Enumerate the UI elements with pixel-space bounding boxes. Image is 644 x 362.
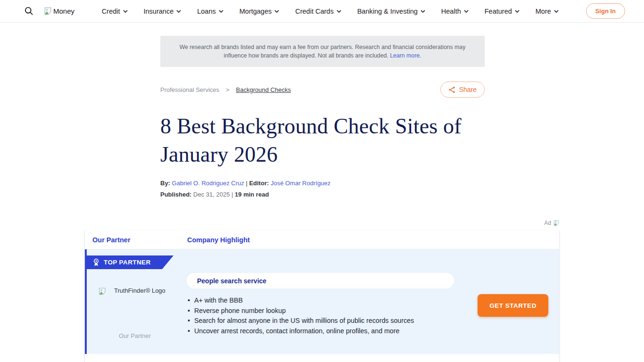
page: Money Credit Insurance Loans Mortgages C… [0, 0, 644, 362]
highlight-bullet-list: A+ with the BBB Reverse phone number loo… [187, 296, 470, 336]
learn-more-link[interactable]: Learn more [390, 52, 420, 59]
search-icon[interactable] [24, 6, 34, 16]
chevron-down-icon [219, 10, 223, 13]
primary-nav: Credit Insurance Loans Mortgages Credit … [74, 8, 586, 15]
breadcrumb-separator: > [226, 86, 230, 93]
author-link[interactable]: Gabriel O. Rodriguez Cruz [172, 180, 244, 187]
ad-label: Ad [544, 220, 551, 226]
editor-link[interactable]: José Omar Rodríguez [271, 180, 330, 187]
breadcrumb-background-checks[interactable]: Background Checks [236, 86, 291, 93]
disclosure-suffix: . [420, 52, 421, 59]
nav-item-mortgages[interactable]: Mortgages [239, 8, 280, 15]
nav-label: Credit Cards [295, 8, 333, 15]
nav-item-more[interactable]: More [536, 8, 559, 15]
ad-label-row: Ad [84, 219, 560, 227]
partner-logo[interactable]: TruthFinder® Logo [98, 287, 165, 296]
chevron-down-icon [464, 10, 469, 13]
nav-item-featured[interactable]: Featured [485, 8, 520, 15]
top-navigation-bar: Money Credit Insurance Loans Mortgages C… [0, 0, 644, 23]
next-partner-row-partial [85, 354, 559, 362]
byline-divider: | [246, 180, 247, 187]
content-wrapper: We research all brands listed and may ea… [84, 36, 560, 362]
column-header-company-highlight: Company Highlight [187, 236, 250, 244]
nav-label: Banking & Investing [357, 8, 418, 15]
nav-label: Loans [197, 8, 216, 15]
nav-label: Featured [485, 8, 512, 15]
nav-label: Credit [102, 8, 120, 15]
chevron-down-icon [421, 10, 425, 13]
get-started-button[interactable]: GET STARTED [478, 294, 548, 317]
top-partner-badge: TOP PARTNER [85, 255, 173, 269]
nav-label: Insurance [144, 8, 174, 15]
chevron-down-icon [554, 10, 559, 13]
published-line: Published: Dec 31, 2025 | 19 min read [160, 190, 485, 199]
column-header-our-partner: Our Partner [85, 236, 187, 244]
medal-icon [93, 258, 99, 267]
read-time: 19 min read [235, 191, 269, 198]
page-title: 8 Best Background Check Sites of January… [160, 112, 485, 169]
magnifier-glyph [25, 7, 33, 16]
nav-item-banking-investing[interactable]: Banking & Investing [357, 8, 425, 15]
breadcrumb-professional-services[interactable]: Professional Services [160, 86, 219, 93]
chevron-down-icon [337, 10, 341, 13]
chevron-down-icon [123, 10, 128, 13]
breadcrumb-row: Professional Services > Background Check… [160, 81, 485, 98]
nav-item-credit-cards[interactable]: Credit Cards [295, 8, 341, 15]
top-partner-label: TOP PARTNER [104, 259, 151, 266]
broken-image-icon [43, 7, 52, 16]
breadcrumb: Professional Services > Background Check… [160, 86, 291, 93]
share-icon [448, 86, 455, 93]
nav-label: Health [441, 8, 461, 15]
partner-logo-alt-text: TruthFinder® Logo [114, 287, 165, 294]
sign-in-button[interactable]: Sign In [586, 3, 625, 19]
nav-label: More [536, 8, 551, 15]
nav-item-loans[interactable]: Loans [197, 8, 223, 15]
by-label: By: [160, 180, 170, 187]
share-button[interactable]: Share [440, 82, 485, 98]
broken-image-icon [98, 287, 107, 296]
site-logo[interactable]: Money [43, 7, 74, 16]
logo-alt-text: Money [53, 7, 74, 15]
highlight-bullet: Reverse phone number lookup [187, 306, 470, 316]
published-date: Dec 31, 2025 [193, 191, 230, 198]
nav-item-health[interactable]: Health [441, 8, 469, 15]
highlight-bullet: A+ with the BBB [187, 296, 470, 306]
article-column: We research all brands listed and may ea… [160, 36, 485, 199]
partner-table-header: Our Partner Company Highlight [85, 230, 559, 249]
nav-item-insurance[interactable]: Insurance [144, 8, 182, 15]
nav-label: Mortgages [239, 8, 272, 15]
chevron-down-icon [515, 10, 520, 13]
advertiser-disclosure: We research all brands listed and may ea… [160, 36, 485, 67]
byline: By: Gabriel O. Rodriguez Cruz | Editor: … [160, 179, 485, 188]
our-partner-caption: Our Partner [119, 332, 151, 339]
highlight-bullet: Uncover arrest records, contact informat… [187, 326, 470, 337]
published-label: Published: [160, 191, 191, 198]
chevron-down-icon [274, 10, 279, 13]
partner-comparison-card: Our Partner Company Highlight TOP PARTNE… [84, 230, 560, 362]
broken-image-icon [553, 220, 560, 226]
editor-label: Editor: [249, 180, 269, 187]
disclosure-text: We research all brands listed and may ea… [180, 44, 466, 59]
chevron-down-icon [176, 10, 181, 13]
published-divider: | [231, 191, 233, 198]
highlight-bullet: Search for almost anyone in the US with … [187, 316, 470, 326]
company-highlight-pill: People search service [187, 273, 454, 288]
nav-item-credit[interactable]: Credit [102, 8, 128, 15]
share-label: Share [459, 86, 477, 93]
top-partner-row: TOP PARTNER TruthFinder® Logo Our Partne… [85, 249, 559, 354]
